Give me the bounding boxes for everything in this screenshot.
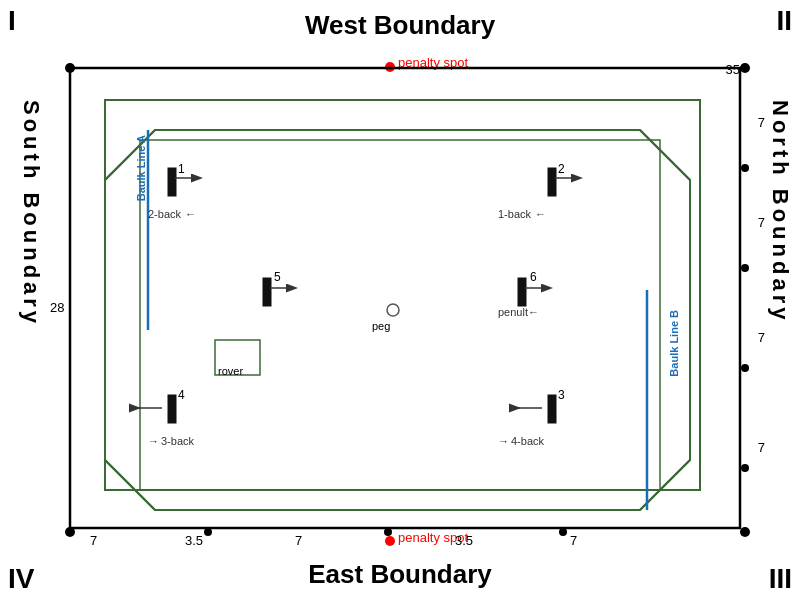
svg-line-6 <box>105 460 155 510</box>
hoop-2-label: 2 <box>558 162 565 176</box>
svg-line-4 <box>640 130 690 180</box>
back-4-label: →4-back <box>498 435 544 447</box>
back-3-label: →3-back <box>148 435 194 447</box>
back-2-label: 2-back← <box>148 208 196 220</box>
svg-point-22 <box>387 304 399 316</box>
svg-rect-7 <box>140 140 660 490</box>
hoop-3-label: 3 <box>558 388 565 402</box>
svg-marker-2 <box>105 130 690 510</box>
hoop-4-label: 4 <box>178 388 185 402</box>
svg-rect-18 <box>263 278 271 306</box>
court-svg <box>0 0 800 600</box>
baulk-line-b-label: Baulk Line B <box>668 310 680 377</box>
court-diagram: I II III IV West Boundary East Boundary … <box>0 0 800 600</box>
svg-rect-10 <box>168 168 176 196</box>
hoop-6-label: 6 <box>530 270 537 284</box>
hoop-1-label: 1 <box>178 162 185 176</box>
svg-rect-14 <box>548 395 556 423</box>
rover-label: rover <box>218 365 243 377</box>
svg-rect-16 <box>168 395 176 423</box>
svg-rect-1 <box>105 100 700 490</box>
peg-label: peg <box>372 320 390 332</box>
penult-label: penult← <box>498 306 539 318</box>
svg-rect-20 <box>518 278 526 306</box>
svg-rect-12 <box>548 168 556 196</box>
hoop-5-label: 5 <box>274 270 281 284</box>
back-1-label: 1-back← <box>498 208 546 220</box>
svg-rect-0 <box>70 68 740 528</box>
baulk-line-a-label: Baulk Line A <box>135 135 147 201</box>
